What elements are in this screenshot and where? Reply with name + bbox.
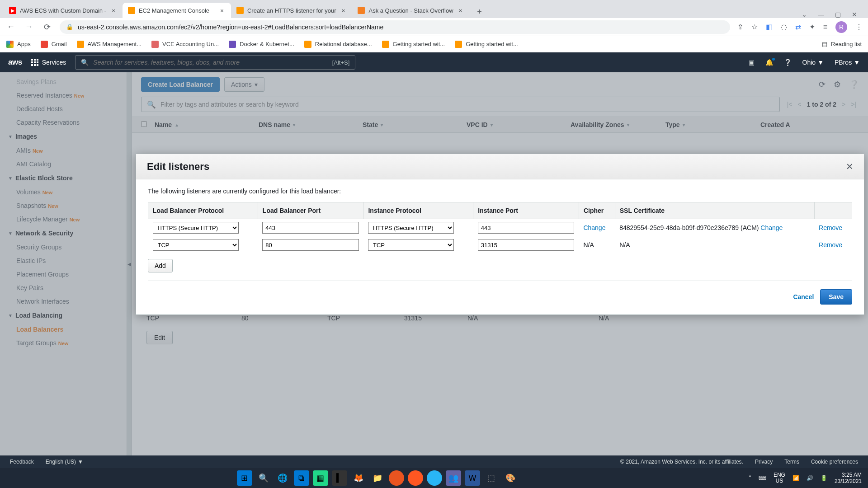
explorer-icon[interactable]: 📁 [370,470,385,486]
close-icon[interactable]: × [457,7,464,14]
minimize-icon[interactable]: — [818,11,824,18]
figma-icon[interactable]: 🎨 [503,470,518,486]
cloudshell-icon[interactable]: ▣ [749,59,755,66]
terms-link[interactable]: Terms [784,459,799,465]
instance-port-input[interactable] [478,239,575,251]
forward-button[interactable]: → [24,22,34,33]
close-icon[interactable]: × [846,160,853,174]
close-icon[interactable]: ✕ [852,11,857,18]
privacy-link[interactable]: Privacy [755,459,773,465]
teams-icon[interactable]: 👥 [446,470,461,486]
remove-link[interactable]: Remove [819,241,842,249]
terminal-icon[interactable]: ▍ [332,470,347,486]
bookmark-aws[interactable]: AWS Management... [77,41,142,48]
extension-icon[interactable]: ◧ [766,23,773,31]
cipher-change-link[interactable]: Change [583,224,605,231]
new-tab-button[interactable]: + [473,5,486,18]
app-icon[interactable] [427,470,442,486]
instance-protocol-select[interactable]: HTTPS (Secure HTTP) [368,222,454,234]
listener-row: TCP TCP N/A N/A Remove [148,236,852,253]
lb-protocol-select[interactable]: TCP [153,239,239,251]
bookmark-label: Getting started wit... [466,41,518,47]
account-menu[interactable]: PBros▼ [835,59,860,66]
feedback-link[interactable]: Feedback [10,459,34,465]
bookmark-gs2[interactable]: Getting started wit... [455,41,518,48]
reading-list-button[interactable]: ▤Reading list [822,41,862,47]
copyright: © 2021, Amazon Web Services, Inc. or its… [620,459,743,465]
lang-line2: US [774,478,785,484]
window-controls: ⌄ — ▢ ✕ [802,11,864,18]
grid-icon [31,59,38,66]
bookmark-gs1[interactable]: Getting started wit... [382,41,445,48]
puzzle-icon[interactable]: ✦ [809,23,815,31]
lb-port-input[interactable] [262,222,359,234]
tab-3[interactable]: Ask a Question - Stack Overflow × [352,3,469,18]
firefox-icon[interactable]: 🦊 [351,470,366,486]
search-icon[interactable]: 🔍 [256,470,271,486]
postman-icon[interactable] [408,470,423,486]
bookmark-rds[interactable]: Relational database... [304,41,372,48]
share-icon[interactable]: ⇪ [737,23,743,31]
star-icon[interactable]: ☆ [751,23,758,31]
profile-avatar[interactable]: R [835,21,847,33]
cancel-button[interactable]: Cancel [793,293,814,300]
back-button[interactable]: ← [5,22,16,33]
reload-button[interactable]: ⟳ [42,22,52,33]
url-input[interactable]: 🔒 us-east-2.console.aws.amazon.com/ec2/v… [60,20,730,34]
menu-icon[interactable]: ⋮ [855,23,863,31]
search-input[interactable] [93,59,327,66]
remove-link[interactable]: Remove [819,224,842,231]
cookie-link[interactable]: Cookie preferences [811,459,858,465]
keyboard-icon[interactable]: ⌨ [759,475,766,481]
ubuntu-icon[interactable] [389,470,404,486]
wifi-icon[interactable]: 📶 [793,475,799,481]
app-icon[interactable]: ⬚ [484,470,499,486]
services-menu[interactable]: Services [31,59,66,66]
tab-label: EC2 Management Console [139,7,209,14]
instance-port-input[interactable] [478,222,575,234]
tray-chevron-icon[interactable]: ˄ [749,475,751,481]
word-icon[interactable]: W [465,470,480,486]
stackoverflow-icon [358,7,365,14]
clock[interactable]: 3:25 AM 23/12/2021 [835,472,862,485]
chevron-down-icon[interactable]: ⌄ [802,11,807,18]
language-selector[interactable]: English (US)▼ [46,459,83,465]
aws-icon [236,7,244,14]
translate-icon[interactable]: ⇄ [795,23,801,31]
bookmark-gmail[interactable]: Gmail [41,41,67,48]
maximize-icon[interactable]: ▢ [835,11,841,18]
help-icon[interactable]: ❔ [784,59,792,66]
bell-icon[interactable]: 🔔 [765,59,773,66]
start-icon[interactable]: ⊞ [237,470,252,486]
volume-icon[interactable]: 🔊 [807,475,813,481]
chrome-icon[interactable]: 🌐 [275,470,290,486]
time-text: 3:25 AM [835,472,862,478]
aws-logo[interactable]: aws [8,58,22,67]
bookmark-apps[interactable]: Apps [6,41,31,48]
pycharm-icon[interactable]: ▦ [313,470,328,486]
close-icon[interactable]: × [218,7,226,14]
battery-icon[interactable]: 🔋 [821,475,827,481]
add-button[interactable]: Add [148,259,173,272]
address-bar: ← → ⟳ 🔒 us-east-2.console.aws.amazon.com… [0,18,868,36]
save-button[interactable]: Save [820,289,852,305]
extension-icon[interactable]: ◌ [781,23,787,31]
close-icon[interactable]: × [340,7,347,14]
vscode-icon[interactable]: ⧉ [294,470,309,486]
region-selector[interactable]: Ohio▼ [802,59,824,66]
reading-list-label: Reading list [831,41,862,47]
ssl-change-link[interactable]: Change [760,224,783,231]
bookmark-docker[interactable]: Docker & Kubernet... [229,41,294,48]
close-icon[interactable]: × [110,7,117,14]
language-indicator[interactable]: ENG US [774,472,785,484]
tab-2[interactable]: Create an HTTPS listener for your × [231,3,353,18]
lb-port-input[interactable] [262,239,359,251]
youtube-icon: ▶ [9,7,16,14]
bookmark-vce[interactable]: VCE Accounting Un... [151,41,219,48]
list-icon[interactable]: ≡ [823,23,827,31]
tab-0[interactable]: ▶ AWS ECS with Custom Domain - × [4,3,123,18]
aws-search[interactable]: 🔍 [Alt+S] [75,55,355,70]
instance-protocol-select[interactable]: TCP [368,239,454,251]
lb-protocol-select[interactable]: HTTPS (Secure HTTP) [153,222,239,234]
tab-1[interactable]: EC2 Management Console × [123,3,231,18]
